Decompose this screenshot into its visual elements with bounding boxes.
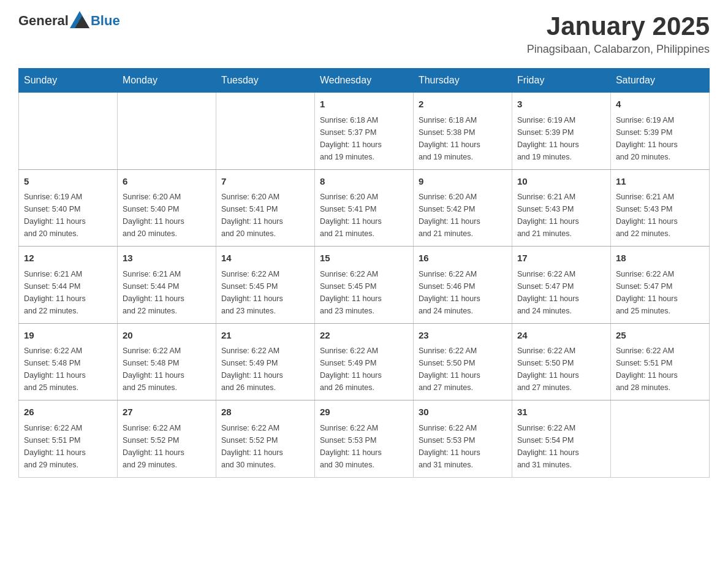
day-info: Sunrise: 6:22 AM Sunset: 5:51 PM Dayligh… [24, 422, 112, 471]
location-title: Pinagsibaan, Calabarzon, Philippines [527, 43, 710, 56]
day-info: Sunrise: 6:20 AM Sunset: 5:41 PM Dayligh… [221, 191, 309, 240]
calendar-cell: 25Sunrise: 6:22 AM Sunset: 5:51 PM Dayli… [610, 323, 709, 400]
day-number: 5 [24, 175, 112, 189]
day-info: Sunrise: 6:18 AM Sunset: 5:38 PM Dayligh… [419, 114, 507, 163]
calendar-cell: 1Sunrise: 6:18 AM Sunset: 5:37 PM Daylig… [314, 93, 413, 170]
day-info: Sunrise: 6:22 AM Sunset: 5:45 PM Dayligh… [221, 268, 309, 317]
calendar-cell [610, 400, 709, 478]
calendar-cell [216, 93, 314, 170]
calendar-cell: 4Sunrise: 6:19 AM Sunset: 5:39 PM Daylig… [610, 93, 709, 170]
weekday-header-saturday: Saturday [610, 69, 709, 93]
day-number: 27 [123, 405, 211, 419]
calendar-cell: 10Sunrise: 6:21 AM Sunset: 5:43 PM Dayli… [512, 169, 610, 247]
day-info: Sunrise: 6:22 AM Sunset: 5:45 PM Dayligh… [320, 268, 408, 317]
day-number: 6 [123, 175, 211, 189]
calendar-cell: 6Sunrise: 6:20 AM Sunset: 5:40 PM Daylig… [117, 169, 216, 247]
weekday-header-tuesday: Tuesday [216, 69, 314, 93]
day-info: Sunrise: 6:19 AM Sunset: 5:39 PM Dayligh… [616, 114, 704, 163]
logo-blue: Blue [91, 13, 120, 29]
day-number: 4 [616, 98, 704, 112]
day-info: Sunrise: 6:22 AM Sunset: 5:52 PM Dayligh… [123, 422, 211, 471]
page-header: General Blue January 2025 Pinagsibaan, C… [18, 12, 710, 56]
calendar-cell [117, 93, 216, 170]
day-number: 11 [616, 175, 704, 189]
day-number: 3 [517, 98, 605, 112]
calendar-week-row: 19Sunrise: 6:22 AM Sunset: 5:48 PM Dayli… [19, 323, 710, 400]
calendar-cell: 31Sunrise: 6:22 AM Sunset: 5:54 PM Dayli… [512, 400, 610, 478]
calendar-table: SundayMondayTuesdayWednesdayThursdayFrid… [18, 68, 710, 478]
logo-icon [70, 11, 89, 28]
day-number: 22 [320, 329, 408, 343]
day-info: Sunrise: 6:22 AM Sunset: 5:48 PM Dayligh… [123, 345, 211, 394]
day-info: Sunrise: 6:22 AM Sunset: 5:50 PM Dayligh… [419, 345, 507, 394]
calendar-cell: 29Sunrise: 6:22 AM Sunset: 5:53 PM Dayli… [314, 400, 413, 478]
calendar-cell: 11Sunrise: 6:21 AM Sunset: 5:43 PM Dayli… [610, 169, 709, 247]
calendar-week-row: 1Sunrise: 6:18 AM Sunset: 5:37 PM Daylig… [19, 93, 710, 170]
day-info: Sunrise: 6:22 AM Sunset: 5:54 PM Dayligh… [517, 422, 605, 471]
calendar-cell: 16Sunrise: 6:22 AM Sunset: 5:46 PM Dayli… [413, 247, 512, 324]
logo-general: General [18, 13, 69, 29]
calendar-week-row: 12Sunrise: 6:21 AM Sunset: 5:44 PM Dayli… [19, 247, 710, 324]
day-info: Sunrise: 6:20 AM Sunset: 5:42 PM Dayligh… [419, 191, 507, 240]
day-number: 8 [320, 175, 408, 189]
calendar-week-row: 5Sunrise: 6:19 AM Sunset: 5:40 PM Daylig… [19, 169, 710, 247]
day-info: Sunrise: 6:22 AM Sunset: 5:49 PM Dayligh… [221, 345, 309, 394]
calendar-cell: 24Sunrise: 6:22 AM Sunset: 5:50 PM Dayli… [512, 323, 610, 400]
day-info: Sunrise: 6:22 AM Sunset: 5:49 PM Dayligh… [320, 345, 408, 394]
day-number: 26 [24, 405, 112, 419]
day-info: Sunrise: 6:22 AM Sunset: 5:46 PM Dayligh… [419, 268, 507, 317]
day-number: 18 [616, 251, 704, 266]
day-number: 7 [221, 175, 309, 189]
day-info: Sunrise: 6:22 AM Sunset: 5:47 PM Dayligh… [517, 268, 605, 317]
weekday-header-row: SundayMondayTuesdayWednesdayThursdayFrid… [19, 69, 710, 93]
day-info: Sunrise: 6:21 AM Sunset: 5:44 PM Dayligh… [123, 268, 211, 317]
calendar-cell: 26Sunrise: 6:22 AM Sunset: 5:51 PM Dayli… [19, 400, 118, 478]
day-number: 2 [419, 98, 507, 112]
calendar-cell: 5Sunrise: 6:19 AM Sunset: 5:40 PM Daylig… [19, 169, 118, 247]
month-title: January 2025 [527, 12, 710, 40]
day-number: 20 [123, 329, 211, 343]
day-number: 1 [320, 98, 408, 112]
calendar-cell: 23Sunrise: 6:22 AM Sunset: 5:50 PM Dayli… [413, 323, 512, 400]
day-number: 24 [517, 329, 605, 343]
day-info: Sunrise: 6:22 AM Sunset: 5:52 PM Dayligh… [221, 422, 309, 471]
calendar-cell: 30Sunrise: 6:22 AM Sunset: 5:53 PM Dayli… [413, 400, 512, 478]
day-info: Sunrise: 6:20 AM Sunset: 5:40 PM Dayligh… [123, 191, 211, 240]
weekday-header-friday: Friday [512, 69, 610, 93]
day-info: Sunrise: 6:22 AM Sunset: 5:53 PM Dayligh… [419, 422, 507, 471]
calendar-cell: 12Sunrise: 6:21 AM Sunset: 5:44 PM Dayli… [19, 247, 118, 324]
day-info: Sunrise: 6:21 AM Sunset: 5:44 PM Dayligh… [24, 268, 112, 317]
day-info: Sunrise: 6:19 AM Sunset: 5:39 PM Dayligh… [517, 114, 605, 163]
calendar-cell: 18Sunrise: 6:22 AM Sunset: 5:47 PM Dayli… [610, 247, 709, 324]
day-number: 23 [419, 329, 507, 343]
weekday-header-thursday: Thursday [413, 69, 512, 93]
day-info: Sunrise: 6:22 AM Sunset: 5:48 PM Dayligh… [24, 345, 112, 394]
day-info: Sunrise: 6:22 AM Sunset: 5:50 PM Dayligh… [517, 345, 605, 394]
day-number: 29 [320, 405, 408, 419]
day-number: 14 [221, 251, 309, 266]
calendar-cell: 22Sunrise: 6:22 AM Sunset: 5:49 PM Dayli… [314, 323, 413, 400]
day-info: Sunrise: 6:18 AM Sunset: 5:37 PM Dayligh… [320, 114, 408, 163]
day-number: 16 [419, 251, 507, 266]
calendar-cell: 14Sunrise: 6:22 AM Sunset: 5:45 PM Dayli… [216, 247, 314, 324]
calendar-cell: 15Sunrise: 6:22 AM Sunset: 5:45 PM Dayli… [314, 247, 413, 324]
weekday-header-wednesday: Wednesday [314, 69, 413, 93]
calendar-cell: 13Sunrise: 6:21 AM Sunset: 5:44 PM Dayli… [117, 247, 216, 324]
day-number: 13 [123, 251, 211, 266]
calendar-cell: 21Sunrise: 6:22 AM Sunset: 5:49 PM Dayli… [216, 323, 314, 400]
day-info: Sunrise: 6:19 AM Sunset: 5:40 PM Dayligh… [24, 191, 112, 240]
calendar-cell: 2Sunrise: 6:18 AM Sunset: 5:38 PM Daylig… [413, 93, 512, 170]
day-number: 19 [24, 329, 112, 343]
day-number: 28 [221, 405, 309, 419]
calendar-cell: 28Sunrise: 6:22 AM Sunset: 5:52 PM Dayli… [216, 400, 314, 478]
weekday-header-monday: Monday [117, 69, 216, 93]
title-block: January 2025 Pinagsibaan, Calabarzon, Ph… [527, 12, 710, 56]
day-number: 10 [517, 175, 605, 189]
day-info: Sunrise: 6:22 AM Sunset: 5:51 PM Dayligh… [616, 345, 704, 394]
calendar-week-row: 26Sunrise: 6:22 AM Sunset: 5:51 PM Dayli… [19, 400, 710, 478]
weekday-header-sunday: Sunday [19, 69, 118, 93]
day-info: Sunrise: 6:20 AM Sunset: 5:41 PM Dayligh… [320, 191, 408, 240]
day-number: 17 [517, 251, 605, 266]
logo[interactable]: General Blue [18, 12, 120, 29]
day-number: 12 [24, 251, 112, 266]
